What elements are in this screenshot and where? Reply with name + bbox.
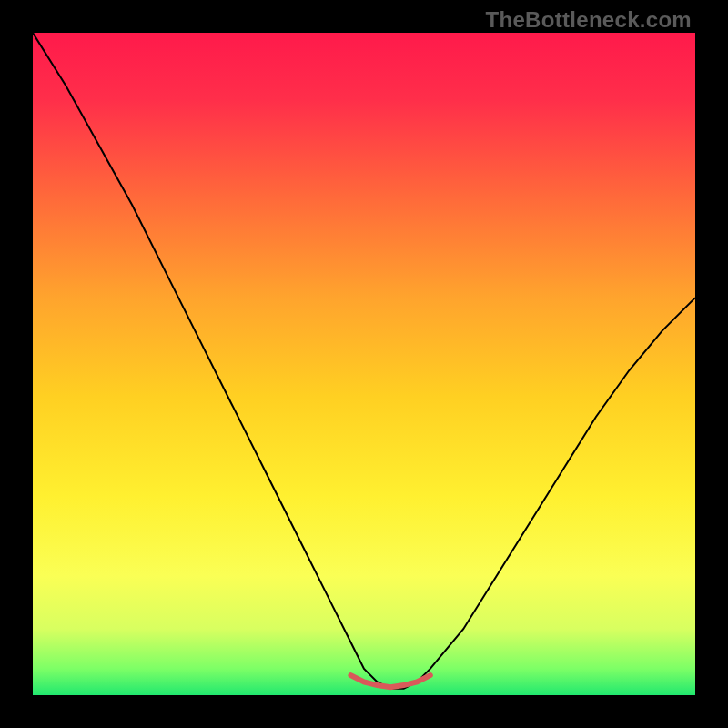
watermark-text: TheBottleneck.com — [486, 7, 692, 33]
bottleneck-curve-path — [33, 33, 695, 689]
chart-frame: TheBottleneck.com — [0, 0, 728, 728]
bottleneck-floor-marker-path — [350, 675, 430, 687]
curve-layer — [33, 33, 695, 695]
plot-area — [33, 33, 695, 695]
